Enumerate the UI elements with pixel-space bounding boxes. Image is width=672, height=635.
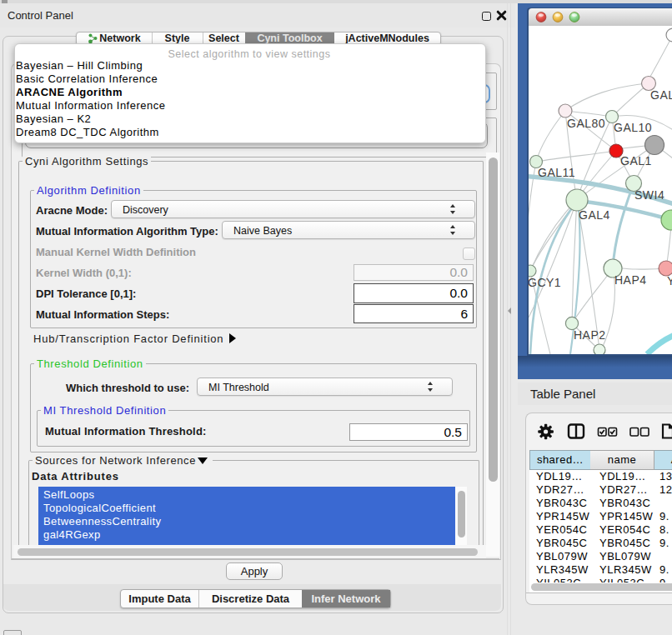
- svg-text:GAL11: GAL11: [538, 166, 575, 179]
- svg-text:GAL80: GAL80: [567, 117, 605, 130]
- svg-text:GCY1: GCY1: [529, 276, 561, 289]
- svg-text:GAL4: GAL4: [579, 208, 610, 222]
- svg-text:Y: Y: [667, 274, 672, 288]
- svg-text:HAP4: HAP4: [614, 273, 647, 287]
- svg-text:GAL10: GAL10: [614, 121, 652, 134]
- svg-text:HAP2: HAP2: [574, 328, 606, 342]
- svg-text:GAL1: GAL1: [620, 154, 652, 168]
- svg-text:SWI4: SWI4: [634, 188, 664, 202]
- svg-text:GAL7: GAL7: [650, 88, 672, 102]
